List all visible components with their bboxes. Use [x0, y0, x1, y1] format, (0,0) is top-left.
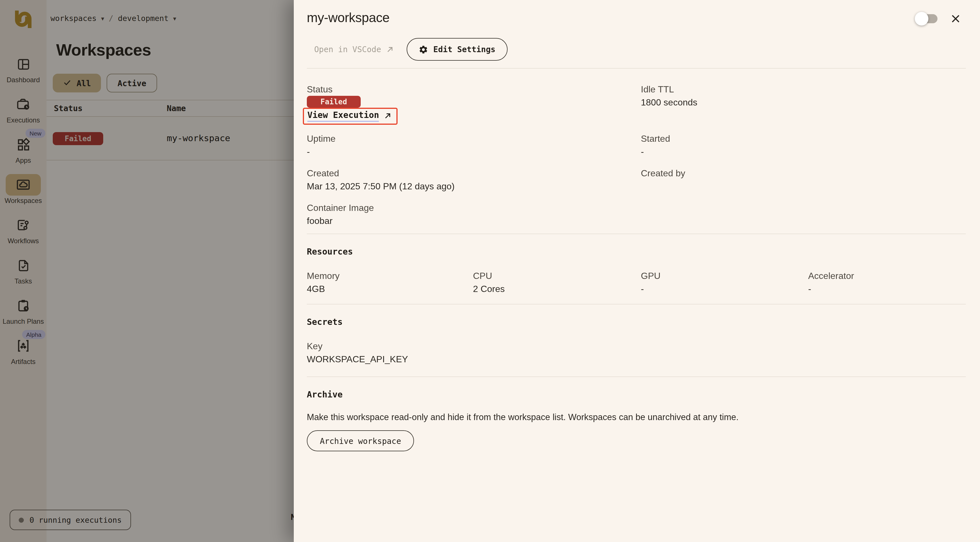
secrets-heading: Secrets — [307, 317, 966, 327]
workspace-detail-drawer: my-workspace Open in VSCode Edit Setting… — [294, 0, 980, 542]
screen: Dashboard Executions New Apps — [0, 0, 980, 542]
field-value: - — [808, 283, 966, 295]
field-label: Accelerator — [808, 270, 966, 282]
resource-memory: Memory 4GB — [307, 270, 473, 295]
edit-settings-button[interactable]: Edit Settings — [407, 38, 507, 60]
open-in-vscode-label: Open in VSCode — [314, 45, 381, 54]
gear-icon — [418, 45, 428, 54]
field-label: Idle TTL — [641, 84, 966, 95]
field-value: 2 Cores — [473, 283, 641, 295]
field-label: Started — [641, 133, 966, 145]
archive-description: Make this workspace read-only and hide i… — [307, 412, 966, 422]
field-uptime: Uptime - — [307, 133, 641, 157]
field-status: Status Failed View Execution — [307, 84, 641, 125]
field-label: Created by — [641, 168, 966, 179]
close-icon[interactable] — [950, 13, 962, 25]
drawer-toggle[interactable] — [916, 14, 937, 23]
annotation-highlight-box: View Execution — [303, 108, 398, 125]
field-idle-ttl: Idle TTL 1800 seconds — [641, 84, 966, 125]
archive-workspace-button[interactable]: Archive workspace — [307, 430, 414, 451]
field-started: Started - — [641, 133, 966, 157]
edit-settings-label: Edit Settings — [433, 45, 495, 54]
section-divider — [307, 304, 966, 304]
view-execution-label: View Execution — [307, 110, 379, 122]
field-label: Created — [307, 168, 641, 179]
field-value: WORKSPACE_API_KEY — [307, 354, 966, 365]
open-in-vscode-link[interactable]: Open in VSCode — [314, 45, 394, 54]
section-divider — [307, 377, 966, 377]
field-value: 1800 seconds — [641, 97, 966, 108]
field-created: Created Mar 13, 2025 7:50 PM (12 days ag… — [307, 168, 641, 192]
status-failed-badge: Failed — [307, 96, 361, 108]
resources-heading: Resources — [307, 246, 966, 257]
field-value: - — [641, 146, 966, 157]
field-label: CPU — [473, 270, 641, 282]
field-created-by: Created by — [641, 168, 966, 192]
archive-heading: Archive — [307, 389, 966, 400]
field-value: 4GB — [307, 283, 473, 295]
field-value: - — [307, 146, 641, 157]
external-link-icon — [383, 112, 392, 120]
field-label: Uptime — [307, 133, 641, 145]
drawer-header: my-workspace Open in VSCode Edit Setting… — [294, 0, 980, 68]
field-label: Container Image — [307, 202, 966, 214]
resource-accelerator: Accelerator - — [808, 270, 966, 295]
field-label: Status — [307, 84, 641, 95]
field-label: Memory — [307, 270, 473, 282]
external-link-icon — [386, 45, 394, 54]
archive-workspace-label: Archive workspace — [320, 436, 401, 445]
view-execution-link[interactable]: View Execution — [307, 110, 392, 122]
drawer-body: Status Failed View Execution Idle TTL 18… — [294, 68, 980, 451]
field-value: foobar — [307, 215, 966, 227]
resource-cpu: CPU 2 Cores — [473, 270, 641, 295]
secret-key-field: Key WORKSPACE_API_KEY — [307, 341, 966, 365]
field-container-image: Container Image foobar — [307, 202, 966, 227]
section-divider — [307, 234, 966, 234]
drawer-title: my-workspace — [307, 10, 966, 25]
resource-gpu: GPU - — [641, 270, 808, 295]
field-label: Key — [307, 341, 966, 352]
field-value: - — [641, 283, 808, 295]
field-value: Mar 13, 2025 7:50 PM (12 days ago) — [307, 181, 641, 192]
toggle-knob — [915, 12, 928, 25]
header-divider — [307, 68, 966, 68]
field-label: GPU — [641, 270, 808, 282]
